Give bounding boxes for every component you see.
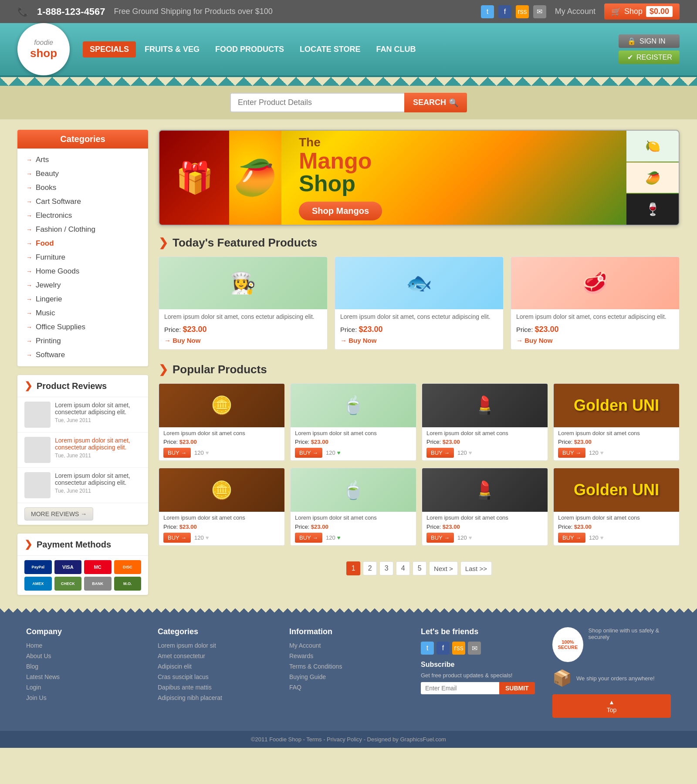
pop-price-6: Price: $23.00	[291, 523, 416, 531]
back-to-top-button[interactable]: ▲ Top	[552, 694, 671, 718]
page-next[interactable]: Next >	[429, 561, 458, 575]
cart-button[interactable]: 🛒 Shop $0.00	[604, 3, 680, 20]
more-reviews-button[interactable]: MORE REVIEWS →	[24, 507, 93, 520]
cat-jewelry[interactable]: → Jewelry	[17, 278, 148, 292]
cat-electronics[interactable]: → Electronics	[17, 209, 148, 223]
footer-news[interactable]: Latest News	[26, 673, 60, 680]
hero-shop-button[interactable]: Shop Mangos	[299, 202, 382, 220]
cat-printing[interactable]: → Printing	[17, 334, 148, 348]
cat-furniture[interactable]: → Furniture	[17, 250, 148, 264]
pop-price-5: Price: $23.00	[159, 523, 284, 531]
pop-actions-8: BUY → 120 ♥	[554, 531, 679, 545]
pop-buy-6[interactable]: BUY →	[295, 533, 322, 543]
featured-buy-3[interactable]: → Buy Now	[511, 336, 679, 345]
sign-in-button[interactable]: 🔒 SIGN IN	[619, 34, 680, 48]
pop-img-3: 💄	[422, 384, 548, 427]
footer-join[interactable]: Join Us	[26, 694, 47, 701]
footer-myaccount[interactable]: My Account	[289, 642, 321, 649]
footer-rss[interactable]: rss	[452, 642, 465, 655]
footer-login[interactable]: Login	[26, 684, 41, 691]
search-input[interactable]	[230, 93, 404, 112]
my-account-link[interactable]: My Account	[555, 7, 595, 16]
top-bar: 📞 1-888-123-4567 Free Ground Shipping fo…	[0, 0, 697, 23]
footer-social-col: Let's be friends t f rss ✉ Subscribe Get…	[421, 627, 539, 718]
paypal-icon: PayPal	[24, 560, 52, 574]
footer-email[interactable]: ✉	[468, 642, 481, 655]
footer: Company Home About Us Blog Latest News L…	[0, 614, 697, 731]
twitter-icon[interactable]: t	[481, 5, 494, 18]
pop-likes-6: 120 ♥	[326, 534, 340, 541]
cat-home-goods[interactable]: → Home Goods	[17, 264, 148, 278]
footer-about[interactable]: About Us	[26, 652, 51, 659]
cat-software[interactable]: → Software	[17, 348, 148, 362]
heart-5: ♥	[206, 534, 209, 541]
pop-buy-5[interactable]: BUY →	[163, 533, 191, 543]
hero-thumb-2: 🥭	[626, 162, 679, 193]
footer-twitter[interactable]: t	[421, 642, 434, 655]
pop-desc-3: Lorem ipsum dolor sit amet cons	[422, 427, 548, 438]
register-button[interactable]: ✔ REGISTER	[619, 51, 680, 64]
nav-specials[interactable]: SPECIALS	[83, 41, 136, 57]
nav-fruits[interactable]: FRUITS & VEG	[138, 41, 206, 57]
cat-music[interactable]: → Music	[17, 306, 148, 320]
featured-desc-2: Lorem ipsum dolor sit amet, cons ectetur…	[335, 309, 503, 323]
page-1[interactable]: 1	[346, 561, 360, 575]
footer-buying[interactable]: Buying Guide	[289, 673, 326, 680]
review-thumb-2	[24, 437, 51, 463]
search-bar-wrap: SEARCH 🔍	[0, 86, 697, 119]
popular-icon: ❯	[159, 363, 168, 376]
logo-top: foodie	[34, 39, 53, 47]
page-2[interactable]: 2	[363, 561, 377, 575]
pop-buy-8[interactable]: BUY →	[558, 533, 585, 543]
footer-terms[interactable]: Terms & Conditions	[289, 663, 342, 670]
footer-home[interactable]: Home	[26, 642, 42, 649]
cat-cart-software[interactable]: → Cart Software	[17, 195, 148, 209]
footer-faq[interactable]: FAQ	[289, 684, 301, 691]
heart-2: ♥	[337, 449, 341, 456]
cat-food[interactable]: → Food	[17, 237, 148, 250]
cat-arts[interactable]: → Arts	[17, 153, 148, 167]
page-5[interactable]: 5	[413, 561, 426, 575]
nav-fan[interactable]: FAN CLUB	[369, 41, 423, 57]
pop-img-1: 🪙	[159, 384, 284, 427]
cat-books[interactable]: → Books	[17, 181, 148, 195]
cat-office-supplies[interactable]: → Office Supplies	[17, 320, 148, 334]
footer-facebook[interactable]: f	[436, 642, 450, 655]
nav-locate[interactable]: LOCATE STORE	[293, 41, 367, 57]
featured-title-bar: ❯ Today's Featured Products	[159, 236, 680, 250]
footer-blog[interactable]: Blog	[26, 663, 38, 670]
payment-icons: PayPal VISA MC DISC AMEX CHECK BANK M.O.	[17, 556, 148, 595]
secure-badge: 100% SECURE	[552, 627, 583, 662]
cat-beauty[interactable]: → Beauty	[17, 167, 148, 181]
page-3[interactable]: 3	[379, 561, 393, 575]
payment-panel: ❯ Payment Methods PayPal VISA MC DISC AM…	[17, 534, 148, 595]
facebook-icon[interactable]: f	[498, 5, 511, 18]
pop-buy-4[interactable]: BUY →	[558, 448, 585, 458]
pop-desc-1: Lorem ipsum dolor sit amet cons	[159, 427, 284, 438]
featured-buy-1[interactable]: → Buy Now	[159, 336, 327, 345]
pop-price-7: Price: $23.00	[422, 523, 548, 531]
cat-lingerie[interactable]: → Lingerie	[17, 292, 148, 306]
subscribe-button[interactable]: SUBMIT	[499, 682, 535, 694]
hero-the: The	[299, 135, 382, 149]
subscribe-email-input[interactable]	[421, 682, 499, 694]
featured-icon: ❯	[159, 236, 168, 250]
footer-cat-4: Cras suscipit lacus	[158, 673, 209, 680]
nav-food[interactable]: FOOD PRODUCTS	[208, 41, 291, 57]
pop-buy-7[interactable]: BUY →	[426, 533, 454, 543]
cat-fashion[interactable]: → Fashion / Clothing	[17, 223, 148, 237]
pop-buy-3[interactable]: BUY →	[426, 448, 454, 458]
logo[interactable]: foodie shop	[17, 23, 70, 75]
search-button[interactable]: SEARCH 🔍	[404, 93, 467, 112]
page-4[interactable]: 4	[396, 561, 410, 575]
review-item-2: Lorem ipsum dolor sit amet, consectetur …	[17, 433, 148, 468]
pop-buy-2[interactable]: BUY →	[295, 448, 322, 458]
email-icon[interactable]: ✉	[533, 5, 546, 18]
footer-info: Information My Account Rewards Terms & C…	[289, 627, 408, 718]
page-last[interactable]: Last >>	[460, 561, 492, 575]
rss-icon[interactable]: rss	[516, 5, 529, 18]
footer-rewards[interactable]: Rewards	[289, 652, 313, 659]
review-thumb-3	[24, 472, 51, 498]
pop-buy-1[interactable]: BUY →	[163, 448, 191, 458]
featured-buy-2[interactable]: → Buy Now	[335, 336, 503, 345]
